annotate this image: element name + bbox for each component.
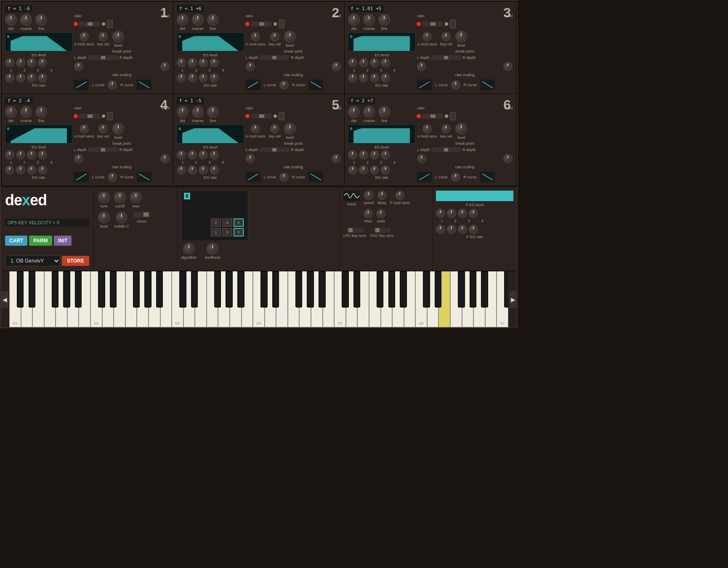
op2-coarse-knob[interactable] (192, 14, 204, 26)
black-key[interactable] (98, 271, 105, 308)
black-key[interactable] (17, 271, 24, 308)
op2-ratio-slider[interactable] (251, 21, 272, 27)
op1-fine-knob[interactable] (35, 14, 47, 26)
black-key[interactable] (75, 271, 82, 308)
op2-keyvel-knob[interactable] (270, 32, 279, 41)
op2-rate3-knob[interactable] (199, 73, 208, 82)
mono-slider[interactable] (133, 212, 150, 218)
black-key[interactable] (377, 271, 384, 308)
op2-ratescale-knob[interactable] (279, 80, 289, 90)
op3-det-knob[interactable] (348, 14, 360, 26)
op3-level3-knob[interactable] (370, 58, 379, 67)
black-key[interactable] (191, 271, 198, 308)
black-key[interactable] (237, 271, 244, 308)
black-key[interactable] (470, 271, 477, 308)
op4-coarse-knob[interactable] (20, 106, 32, 118)
init-button[interactable]: INIT (54, 236, 72, 246)
op6-level2-knob[interactable] (359, 150, 368, 159)
op1-level4-knob[interactable] (38, 58, 47, 67)
op2-rdepth-knob[interactable] (332, 62, 341, 71)
op1-keyvel-knob[interactable] (98, 32, 108, 41)
op3-level1-knob[interactable] (348, 58, 357, 67)
op5-rate2-knob[interactable] (188, 165, 197, 175)
op6-rate4-knob[interactable] (381, 165, 390, 175)
op5-ratescale-knob[interactable] (279, 173, 289, 182)
op4-rate3-knob[interactable] (27, 165, 36, 175)
piano-scroll-right-button[interactable]: ▶ (509, 291, 517, 308)
op4-det-knob[interactable] (5, 106, 17, 118)
op2-fine-knob[interactable] (207, 14, 219, 26)
op1-rate3-knob[interactable] (27, 73, 36, 82)
op2-level3-knob[interactable] (199, 58, 208, 67)
preset-select[interactable]: 1. OB GenvivY (5, 255, 60, 266)
black-key[interactable] (458, 271, 465, 308)
piano-scroll-left-button[interactable]: ◀ (1, 291, 8, 308)
tune-knob[interactable] (98, 191, 110, 203)
op1-level3-knob[interactable] (27, 58, 36, 67)
op6-ldepth-knob[interactable] (417, 154, 426, 163)
op2-level2-knob[interactable] (188, 58, 197, 67)
op4-rate2-knob[interactable] (16, 165, 25, 175)
op3-rate1-knob[interactable] (348, 73, 357, 82)
op4-keyvel-knob[interactable] (98, 124, 108, 133)
black-key[interactable] (295, 271, 303, 308)
op6-ratio-slider[interactable] (422, 114, 443, 119)
op3-level2-knob[interactable] (359, 58, 368, 67)
op4-amodsens-knob[interactable] (80, 124, 89, 133)
op6-rate3-knob[interactable] (370, 165, 379, 175)
op6-rdepth-knob[interactable] (503, 154, 513, 163)
op4-ratio-slider[interactable] (79, 114, 100, 119)
op3-ratio-slider[interactable] (422, 21, 443, 27)
reso-knob[interactable] (130, 191, 142, 203)
op5-level1-knob[interactable] (177, 150, 186, 159)
parm-button[interactable]: PARM (29, 236, 52, 246)
amd-knob[interactable] (376, 209, 385, 218)
black-key[interactable] (156, 271, 163, 308)
op3-coarse-knob[interactable] (363, 14, 375, 26)
level-knob-main[interactable] (98, 212, 110, 223)
op6-det-knob[interactable] (348, 106, 360, 118)
lfo-key-sync-slider[interactable] (347, 228, 364, 233)
op5-ldepth-knob[interactable] (246, 154, 255, 163)
osc-key-sync-slider[interactable] (374, 228, 391, 233)
op2-level-knob[interactable] (284, 31, 296, 42)
op4-level-knob[interactable] (112, 123, 124, 135)
op3-ratescale-knob[interactable] (451, 80, 460, 90)
store-button[interactable]: STORE (62, 256, 89, 266)
op4-level1-knob[interactable] (5, 150, 14, 159)
op5-rate4-knob[interactable] (210, 165, 219, 175)
op3-ldepth-knob[interactable] (417, 62, 426, 71)
black-key[interactable] (307, 271, 314, 308)
op3-keyvel-knob[interactable] (441, 32, 451, 41)
op5-level2-knob[interactable] (188, 150, 197, 159)
black-key[interactable] (260, 271, 268, 308)
op3-rate2-knob[interactable] (359, 73, 368, 82)
op6-level1-knob[interactable] (348, 150, 357, 159)
peg-rate2-knob[interactable] (447, 225, 456, 234)
op1-bp-slider[interactable] (88, 55, 118, 60)
peg-level2-knob[interactable] (447, 209, 456, 218)
algorithm-knob[interactable] (183, 243, 195, 255)
black-key[interactable] (133, 271, 140, 308)
peg-rate3-knob[interactable] (458, 225, 467, 234)
op1-ldepth-knob[interactable] (74, 62, 83, 71)
op6-amodsens-knob[interactable] (422, 124, 432, 133)
op3-rate3-knob[interactable] (370, 73, 379, 82)
op6-bp-slider[interactable] (431, 147, 461, 152)
op5-rate1-knob[interactable] (177, 165, 186, 175)
op1-rate2-knob[interactable] (16, 73, 25, 82)
op1-rate4-knob[interactable] (38, 73, 47, 82)
op4-level2-knob[interactable] (16, 150, 25, 159)
op1-ratescale-knob[interactable] (108, 80, 117, 90)
op2-rate4-knob[interactable] (210, 73, 219, 82)
black-key[interactable] (504, 271, 508, 308)
black-key[interactable] (214, 271, 221, 308)
black-key[interactable] (52, 271, 59, 308)
op4-bp-slider[interactable] (88, 147, 118, 152)
op4-ldepth-knob[interactable] (74, 154, 83, 163)
op1-rate1-knob[interactable] (5, 73, 14, 82)
op6-keyvel-knob[interactable] (441, 124, 451, 133)
op4-rdepth-knob[interactable] (160, 154, 170, 163)
op6-level4-knob[interactable] (381, 150, 390, 159)
op4-ratescale-knob[interactable] (108, 173, 117, 182)
